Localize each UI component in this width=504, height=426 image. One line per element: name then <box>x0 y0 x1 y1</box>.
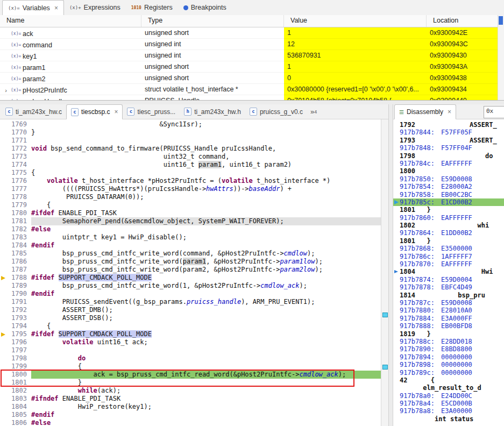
disassembly-row[interactable]: 917b78a4:E5CD000B <box>393 400 504 407</box>
editor-tab-tiescbsp-c[interactable]: ctiescbsp.c× <box>66 104 123 119</box>
disassembly-row[interactable]: 1804 Hwi <box>393 268 504 275</box>
occurrence-mark-icon[interactable] <box>382 365 388 370</box>
disassembly-row[interactable]: 917b7878:EBFC4D49 <box>393 283 504 291</box>
disassembly-row[interactable]: 1800 <box>393 167 504 175</box>
disassembly-row[interactable]: 917b7844:F57FF05F <box>393 129 504 136</box>
column-header-name[interactable]: Name <box>0 15 141 27</box>
gutter-margin[interactable] <box>0 363 6 371</box>
column-header-type[interactable]: Type <box>141 15 284 27</box>
disassembly-row[interactable]: 917b7854:E28000A2 <box>393 183 504 190</box>
overview-ruler[interactable] <box>381 119 388 426</box>
disassembly-row[interactable]: 917b7898:00000000 <box>393 361 504 368</box>
disassembly-row[interactable]: int status <box>393 415 504 423</box>
occurrence-mark-icon[interactable] <box>382 313 388 317</box>
expander-icon[interactable]: › <box>2 87 10 94</box>
gutter-margin[interactable] <box>0 403 6 411</box>
disassembly-row[interactable]: 917b7848:F57FF04F <box>393 144 504 152</box>
gutter-margin[interactable] <box>0 346 6 354</box>
gutter-margin[interactable] <box>0 411 6 419</box>
disassembly-row[interactable]: 917b785c:E1CD00B2 <box>393 198 504 206</box>
gutter-margin[interactable] <box>0 177 6 185</box>
disassembly-row[interactable]: 917b7880:E28010A0 <box>393 307 504 314</box>
gutter-margin[interactable] <box>0 298 6 306</box>
disassembly-row[interactable]: 917b7888:EB00BFD8 <box>393 322 504 330</box>
disassembly-row[interactable]: 917b7860:EAFFFFFF <box>393 214 504 222</box>
tab-overflow-indicator[interactable]: »4 <box>307 104 320 119</box>
disassembly-row[interactable]: 917b7864:E1DD00B2 <box>393 229 504 237</box>
code-area[interactable]: 1769 &Sync1Isr);1770}17711772void bsp_se… <box>0 119 381 426</box>
scrollbar-thumb[interactable] <box>499 16 503 25</box>
gutter-margin[interactable] <box>0 258 6 266</box>
table-row[interactable]: (x)=commandunsigned int120x9300943C <box>0 39 498 50</box>
gutter-margin[interactable] <box>0 129 6 137</box>
disassembly-row[interactable]: 917b784c:EAFFFFFF <box>393 160 504 167</box>
gutter-margin[interactable] <box>0 387 6 395</box>
vertical-splitter[interactable] <box>388 104 393 426</box>
table-row[interactable]: (x)=param2unsigned short00x93009438 <box>0 73 498 84</box>
table-row[interactable]: ›(x)=pruIcssHandlePRUICSS_Handle0x70104b… <box>0 95 498 100</box>
disassembly-row[interactable]: 917b78a0:E24DD00C <box>393 392 504 400</box>
disassembly-row[interactable]: elm_result_to_d <box>393 384 504 392</box>
table-row[interactable]: (x)=ackunsigned short10x9300942E <box>0 27 498 39</box>
disassembly-row[interactable]: 42 { <box>393 377 504 384</box>
disassembly-row[interactable]: 1802 whi <box>393 222 504 229</box>
disassembly-address-input[interactable]: 0x <box>484 106 504 118</box>
table-row[interactable]: ›(x)=pHost2PruIntfcstruct volatile t_hos… <box>0 84 498 95</box>
gutter-margin[interactable] <box>0 193 6 201</box>
variables-scrollbar[interactable] <box>498 15 504 100</box>
disassembly-row[interactable]: 1793 ASSERT_ <box>393 137 504 144</box>
disassembly-row[interactable]: 917b7890:E8BD8800 <box>393 345 504 353</box>
column-header-location[interactable]: Location <box>427 15 498 27</box>
gutter-margin[interactable] <box>0 379 6 387</box>
disassembly-row[interactable]: 917b7868:E3500000 <box>393 245 504 252</box>
gutter-margin[interactable] <box>0 209 6 217</box>
table-row[interactable]: (x)=key1unsigned int5368709310x93009430 <box>0 50 498 61</box>
gutter-margin[interactable] <box>0 371 6 379</box>
disassembly-row[interactable]: 1814 bsp_pru <box>393 292 504 299</box>
disassembly-row[interactable]: 917b78a8:E3A00000 <box>393 407 504 415</box>
gutter-margin[interactable] <box>0 169 6 177</box>
gutter-margin[interactable] <box>0 242 6 250</box>
disassembly-row[interactable]: 917b7894:00000000 <box>393 353 504 361</box>
disassembly-row[interactable]: 1819 } <box>393 330 504 338</box>
close-icon[interactable]: × <box>448 108 451 116</box>
gutter-margin[interactable] <box>0 161 6 169</box>
gutter-margin[interactable] <box>0 322 6 330</box>
gutter-arrow-icon[interactable] <box>0 274 6 282</box>
gutter-margin[interactable] <box>0 217 6 225</box>
tab-registers[interactable]: 1010Registers <box>126 0 178 15</box>
gutter-margin[interactable] <box>0 233 6 242</box>
disassembly-row[interactable]: 917b788c:E28DD018 <box>393 338 504 345</box>
gutter-margin[interactable] <box>0 266 6 274</box>
gutter-margin[interactable] <box>0 290 6 298</box>
editor-tab-ti-am243x-hw-h[interactable]: hti_am243x_hw.h <box>180 104 245 119</box>
gutter-margin[interactable] <box>0 120 6 129</box>
column-header-value[interactable]: Value <box>284 15 427 27</box>
disassembly-row[interactable]: 1801 } <box>393 206 504 214</box>
tab-breakpoints[interactable]: Breakpoints <box>178 0 232 15</box>
gutter-margin[interactable] <box>0 145 6 153</box>
tab-expressions[interactable]: (x)+Expressions <box>64 0 126 15</box>
gutter-margin[interactable] <box>0 201 6 209</box>
gutter-margin[interactable] <box>0 419 6 426</box>
editor-tab-ti-am243x-hw-c[interactable]: cti_am243x_hw.c <box>1 104 66 119</box>
editor-tab-pruicss-g-v0-c[interactable]: cpruicss_g_v0.c <box>245 104 307 119</box>
gutter-margin[interactable] <box>0 282 6 290</box>
disassembly-row[interactable]: 917b7850:E59D0008 <box>393 175 504 183</box>
gutter-margin[interactable] <box>0 314 6 322</box>
editor-tab-tiesc-pruss-[interactable]: ctiesc_pruss... <box>123 104 180 119</box>
disassembly-row[interactable]: 917b7874:E59D0004 <box>393 276 504 283</box>
gutter-margin[interactable] <box>0 395 6 403</box>
disassembly-row[interactable]: 1801 } <box>393 237 504 245</box>
gutter-margin[interactable] <box>0 338 6 346</box>
close-icon[interactable]: × <box>54 4 58 12</box>
gutter-margin[interactable] <box>0 185 6 193</box>
disassembly-row[interactable]: 917b7884:E3A000FF <box>393 315 504 322</box>
disassembly-row[interactable]: 917b7858:EB00C2BC <box>393 191 504 198</box>
gutter-margin[interactable] <box>0 250 6 258</box>
disassembly-row[interactable]: 917b787c:E59D0008 <box>393 299 504 307</box>
gutter-margin[interactable] <box>0 153 6 161</box>
disassembly-row[interactable]: 1792 ASSERT_ <box>393 121 504 129</box>
gutter-arrow-icon[interactable] <box>0 330 6 338</box>
disassembly-row[interactable]: 917b7870:EAFFFFFF <box>393 260 504 268</box>
